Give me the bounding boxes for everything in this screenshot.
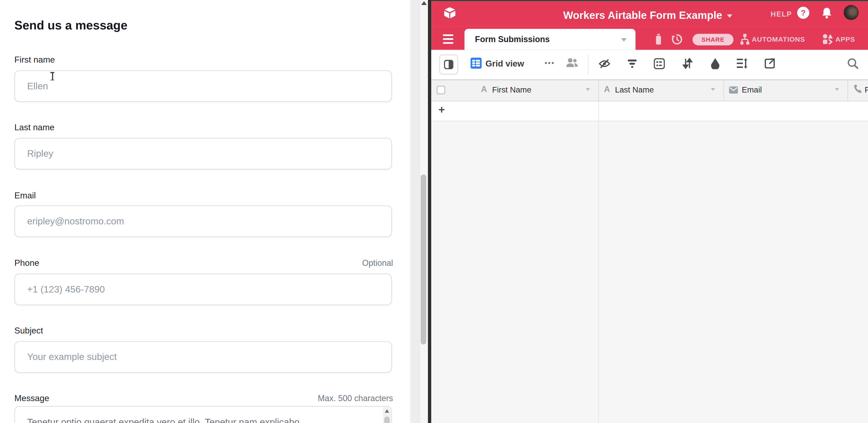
trash-icon[interactable] <box>654 34 662 45</box>
subject-label: Subject <box>14 326 43 336</box>
row-height-icon[interactable] <box>736 58 748 69</box>
toolbar-divider <box>588 55 588 75</box>
help-button[interactable]: HELP <box>771 10 792 18</box>
text-field-type-icon: A <box>481 84 487 94</box>
view-name[interactable]: Grid view <box>486 59 524 68</box>
page-scroll-up-icon[interactable] <box>421 1 427 5</box>
email-label: Email <box>14 190 36 201</box>
color-icon[interactable] <box>710 58 720 69</box>
airtable-logo-icon[interactable] <box>443 7 456 19</box>
phone-label: Phone <box>14 258 39 268</box>
help-question-icon[interactable]: ? <box>797 7 809 19</box>
apps-icon[interactable] <box>823 34 833 44</box>
history-icon[interactable] <box>671 33 683 46</box>
pane-edge-band <box>410 0 420 423</box>
column-header-email[interactable]: Email <box>742 85 762 94</box>
add-record-row[interactable] <box>431 101 868 121</box>
tab-chevron-down-icon[interactable] <box>621 38 627 41</box>
column-header-last-name[interactable]: Last Name <box>615 85 654 94</box>
phone-field-type-icon <box>853 84 863 94</box>
column-separator[interactable] <box>598 80 599 101</box>
scroll-up-icon[interactable] <box>385 410 389 413</box>
tab-label: Form Submissions <box>475 29 550 50</box>
text-cursor-icon <box>50 72 55 80</box>
first-name-label: First name <box>14 55 55 65</box>
contact-form-pane: Send us a message First name Last name E… <box>0 0 410 423</box>
message-text: Tenetur optio quaerat expedita vero et i… <box>27 417 300 423</box>
column-header-phone[interactable]: Phone <box>865 85 868 94</box>
message-max-note: Max. 500 characters <box>318 393 393 403</box>
column-chevron-down-icon[interactable] <box>711 88 715 91</box>
form-title: Send us a message <box>14 18 128 33</box>
last-name-label: Last name <box>14 122 55 132</box>
email-field-type-icon <box>729 86 738 93</box>
screen: Send us a message First name Last name E… <box>0 0 868 423</box>
column-separator[interactable] <box>723 80 724 101</box>
collaborators-icon[interactable] <box>566 58 579 68</box>
subject-input[interactable] <box>14 341 392 373</box>
notifications-bell-icon[interactable] <box>821 7 833 19</box>
phone-optional-note: Optional <box>362 258 393 268</box>
first-name-input[interactable] <box>14 70 392 102</box>
message-textarea[interactable]: Tenetur optio quaerat expedita vero et i… <box>14 406 392 423</box>
sort-icon[interactable] <box>683 58 692 69</box>
column-chevron-down-icon[interactable] <box>835 88 839 91</box>
column-chevron-down-icon[interactable] <box>586 88 590 91</box>
message-scrollbar[interactable] <box>383 407 391 423</box>
menu-hamburger-icon[interactable] <box>443 34 454 44</box>
grid-view-icon <box>471 58 482 68</box>
group-icon[interactable] <box>654 58 665 69</box>
chevron-down-icon <box>726 14 732 18</box>
message-label: Message <box>14 393 49 403</box>
add-record-plus-icon[interactable]: + <box>438 103 445 116</box>
automations-button[interactable]: AUTOMATIONS <box>752 35 805 43</box>
search-icon[interactable] <box>847 58 859 69</box>
apps-button[interactable]: APPS <box>835 35 855 43</box>
page-scrollbar-thumb[interactable] <box>421 175 426 344</box>
share-view-icon[interactable] <box>765 58 775 69</box>
column-separator[interactable] <box>847 80 848 101</box>
tab-form-submissions[interactable]: Form Submissions <box>464 29 636 50</box>
filter-icon[interactable] <box>627 59 637 68</box>
text-field-type-icon: A <box>604 84 610 94</box>
base-title[interactable]: Workers Airtable Form Example <box>537 9 758 22</box>
phone-input[interactable] <box>14 274 392 305</box>
message-scrollbar-thumb[interactable] <box>384 417 390 423</box>
base-title-text: Workers Airtable Form Example <box>563 9 722 21</box>
user-avatar[interactable] <box>844 5 859 20</box>
email-input[interactable] <box>14 206 392 237</box>
last-name-input[interactable] <box>14 138 392 170</box>
column-header-first-name[interactable]: First Name <box>492 85 531 94</box>
hide-fields-icon[interactable] <box>598 59 611 68</box>
automations-icon[interactable] <box>740 34 749 45</box>
select-all-checkbox[interactable] <box>437 86 445 94</box>
views-sidebar-toggle-button[interactable] <box>439 54 458 75</box>
view-more-button[interactable]: ••• <box>545 59 555 67</box>
window-divider <box>428 0 431 423</box>
share-button[interactable]: SHARE <box>692 34 734 46</box>
grid-column-line <box>598 101 599 423</box>
